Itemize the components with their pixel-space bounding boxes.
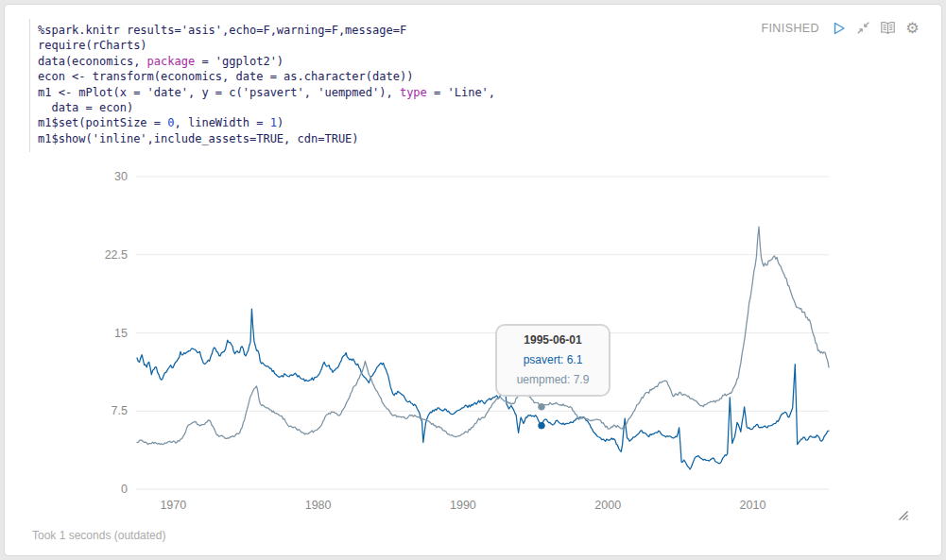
svg-text:7.5: 7.5 [112,404,128,417]
svg-text:2010: 2010 [740,499,766,512]
svg-text:1980: 1980 [305,499,332,512]
tooltip-date: 1995-06-01 [507,331,599,350]
notebook-paragraph: %spark.knitr results='asis',echo=F,warni… [4,4,942,556]
line-chart[interactable]: 07.51522.53019701980199020002010 [5,5,941,555]
resize-handle-icon[interactable] [897,508,909,520]
svg-text:22.5: 22.5 [105,248,128,262]
svg-text:1970: 1970 [160,499,186,512]
svg-text:30: 30 [114,170,128,183]
svg-text:0: 0 [121,483,128,496]
chart-tooltip: 1995-06-01 psavert: 6.1uempmed: 7.9 [495,324,611,397]
tooltip-row: psavert: 6.1 [507,350,599,370]
zeppelin-page: %spark.knitr results='asis',echo=F,warni… [0,0,946,560]
tooltip-row: uempmed: 7.9 [507,370,599,390]
svg-text:15: 15 [114,327,128,340]
svg-text:2000: 2000 [594,499,621,512]
execution-status-text: Took 1 seconds (outdated) [32,529,165,542]
svg-text:1990: 1990 [450,499,476,512]
